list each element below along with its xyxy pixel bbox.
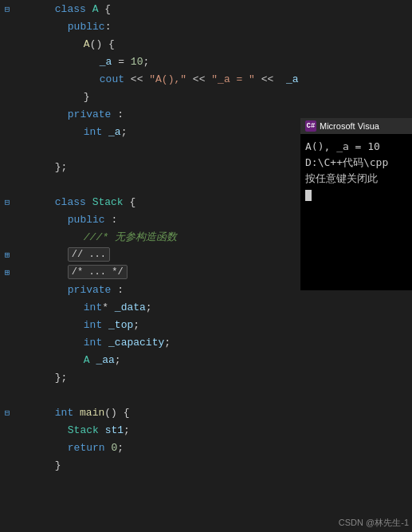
collapse-btn-24[interactable]: ⊟: [0, 408, 14, 418]
cursor: [305, 190, 312, 201]
collapse-btn-1[interactable]: ⊟: [0, 4, 14, 14]
console-title: Microsoft Visua: [320, 121, 379, 131]
code-line-8: int _a;: [0, 123, 303, 140]
collapse-btn-16[interactable]: ⊞: [0, 267, 14, 278]
console-titlebar: C# Microsoft Visua: [300, 118, 412, 134]
code-editor: ⊟ class A { public: A() { _a = 10; cout …: [0, 0, 303, 532]
console-line-1: A(), _a = 10: [305, 139, 407, 155]
vs-icon: C#: [305, 120, 316, 132]
collapse-btn-15[interactable]: ⊞: [0, 250, 14, 260]
code-line-27: }: [0, 456, 303, 474]
code-line-10: };: [0, 158, 303, 175]
console-output: A(), _a = 10 D:\C++代码\cpp 按任意键关闭此: [300, 134, 412, 290]
code-line-22: };: [0, 368, 303, 386]
console-panel: C# Microsoft Visua A(), _a = 10 D:\C++代码…: [300, 118, 412, 294]
collapse-btn-12[interactable]: ⊟: [0, 197, 14, 207]
console-line-2: D:\C++代码\cpp: [305, 155, 407, 171]
console-cursor-line: [305, 187, 407, 203]
watermark: CSDN @林先生-1: [339, 517, 409, 529]
console-line-3: 按任意键关闭此: [305, 171, 407, 187]
